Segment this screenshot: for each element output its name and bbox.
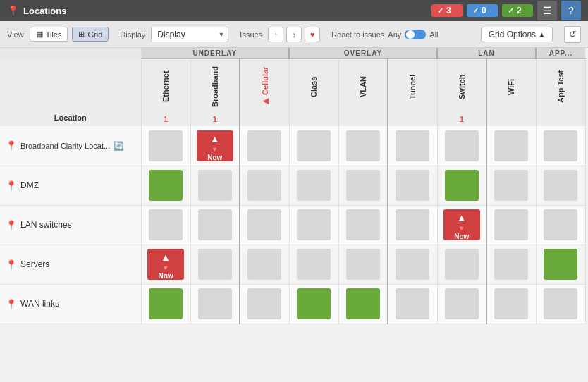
react-section: React to issues Any All [331,30,438,39]
table-row: 📍 Servers ▲ ♥ Now [0,245,585,284]
underlay-section-header: UNDERLAY [141,48,289,59]
cell-broadband-ethernet[interactable] [141,126,190,166]
cell-lan-switch[interactable]: ▲ ♥ Now [437,205,486,245]
grid-options-button[interactable]: Grid Options ▲ [481,27,553,42]
cell-dmz-cellular[interactable] [240,166,289,205]
issues-section: Issues ↑ ↕ ♥ [240,27,320,42]
cell-broadband-wifi[interactable] [486,126,536,166]
location-icon: 📍 [7,5,19,16]
cell-dmz-wifi[interactable] [486,166,536,205]
location-cell-servers: 📍 Servers [0,245,141,284]
cell-lan-apptest[interactable] [536,205,585,245]
cell-lan-wifi[interactable] [486,205,536,245]
cell-broadband-broadband[interactable]: ▲ ♥ Now [190,126,240,166]
cell-dmz-tunnel[interactable] [388,166,437,205]
issue-heart-icon[interactable]: ♥ [305,27,320,42]
col-header-vlan: VLAN [338,59,388,127]
display-section: Display Display Severity Count [120,27,228,42]
cell-servers-tunnel[interactable] [388,245,437,284]
cell-servers-class[interactable] [289,245,338,284]
display-label: Display [120,30,145,39]
col-header-ethernet: Ethernet 1 [141,59,190,127]
data-grid: UNDERLAY OVERLAY LAN APP... Location [0,48,586,324]
pin-icon-broadband: 📍 [6,140,17,151]
any-label: Any [388,30,401,39]
refresh-button[interactable]: ↺ [564,26,581,43]
grid-area: UNDERLAY OVERLAY LAN APP... Location [0,48,588,324]
cell-wan-apptest[interactable] [536,284,585,324]
col-header-tunnel: Tunnel [388,59,437,127]
badge-issues-0[interactable]: ✓ 0 [467,4,498,17]
cell-lan-vlan[interactable] [338,205,388,245]
grid-label: Grid [87,30,102,39]
lan-section-header: LAN [437,48,536,59]
cell-servers-cellular[interactable] [240,245,289,284]
issue-both-icon[interactable]: ↕ [286,27,302,42]
issue-up-icon[interactable]: ↑ [268,27,283,42]
location-cell-lan: 📍 LAN switches [0,205,141,245]
cell-wan-class[interactable] [289,284,338,324]
cell-servers-vlan[interactable] [338,245,388,284]
cell-servers-broadband[interactable] [190,245,240,284]
cell-wan-broadband[interactable] [190,284,240,324]
cell-dmz-class[interactable] [289,166,338,205]
col-header-wifi: WiFi [486,59,536,127]
cell-lan-cellular[interactable] [240,205,289,245]
cell-servers-switch[interactable] [437,245,486,284]
help-icon[interactable]: ? [561,1,581,20]
check-icon-red: ✓ [437,6,443,16]
cell-broadband-apptest[interactable] [536,126,585,166]
issues-label: Issues [240,30,262,39]
location-column-header: Location [0,59,141,127]
cell-broadband-tunnel[interactable] [388,126,437,166]
refresh-icon: ↺ [569,29,577,39]
react-label: React to issues [331,30,384,39]
cell-lan-broadband[interactable] [190,205,240,245]
cell-lan-ethernet[interactable] [141,205,190,245]
col-header-broadband: Broadband 1 [190,59,240,127]
view-label: View [7,30,24,39]
grid-button[interactable]: ⊞ Grid [72,27,109,42]
table-row: 📍 LAN switches ▲ ♥ Now [0,205,585,245]
menu-icon[interactable]: ☰ [537,1,557,20]
react-toggle[interactable] [405,30,426,39]
cell-broadband-switch[interactable] [437,126,486,166]
table-row: 📍 WAN links [0,284,585,324]
display-select-wrapper: Display Severity Count [151,27,228,42]
toolbar: View ▦ Tiles ⊞ Grid Display Display Seve… [0,21,588,48]
cell-wan-cellular[interactable] [240,284,289,324]
tiles-button[interactable]: ▦ Tiles [30,27,68,42]
cell-dmz-broadband[interactable] [190,166,240,205]
pin-icon-servers: 📍 [6,259,17,270]
cell-dmz-switch[interactable] [437,166,486,205]
overlay-section-header: OVERLAY [289,48,437,59]
badge-issues-3[interactable]: ✓ 3 [431,4,463,17]
location-cell-dmz: 📍 DMZ [0,166,141,205]
cell-wan-vlan[interactable] [338,284,388,324]
cell-lan-tunnel[interactable] [388,205,437,245]
all-label: All [429,30,438,39]
app-root: 📍 Locations ✓ 3 ✓ 0 ✓ 2 ☰ ? View ▦ Tiles [0,0,588,324]
cell-wan-wifi[interactable] [486,284,536,324]
issue-icons: ↑ ↕ ♥ [268,27,320,42]
cell-wan-tunnel[interactable] [388,284,437,324]
check-icon-blue: ✓ [472,6,479,16]
cell-wan-ethernet[interactable] [141,284,190,324]
cell-broadband-cellular[interactable] [240,126,289,166]
cell-dmz-ethernet[interactable] [141,166,190,205]
cell-servers-wifi[interactable] [486,245,536,284]
cell-dmz-apptest[interactable] [536,166,585,205]
cell-dmz-vlan[interactable] [338,166,388,205]
table-row: 📍 DMZ [0,166,585,205]
view-section: View ▦ Tiles ⊞ Grid [7,27,109,42]
badge-issues-2[interactable]: ✓ 2 [502,4,533,17]
display-select[interactable]: Display Severity Count [151,27,228,42]
cell-lan-class[interactable] [289,205,338,245]
location-cell-wan: 📍 WAN links [0,284,141,324]
cell-servers-apptest[interactable] [536,245,585,284]
pin-icon-wan: 📍 [6,299,17,309]
cell-broadband-class[interactable] [289,126,338,166]
cell-broadband-vlan[interactable] [338,126,388,166]
cell-wan-switch[interactable] [437,284,486,324]
cell-servers-ethernet[interactable]: ▲ ♥ Now [141,245,190,284]
